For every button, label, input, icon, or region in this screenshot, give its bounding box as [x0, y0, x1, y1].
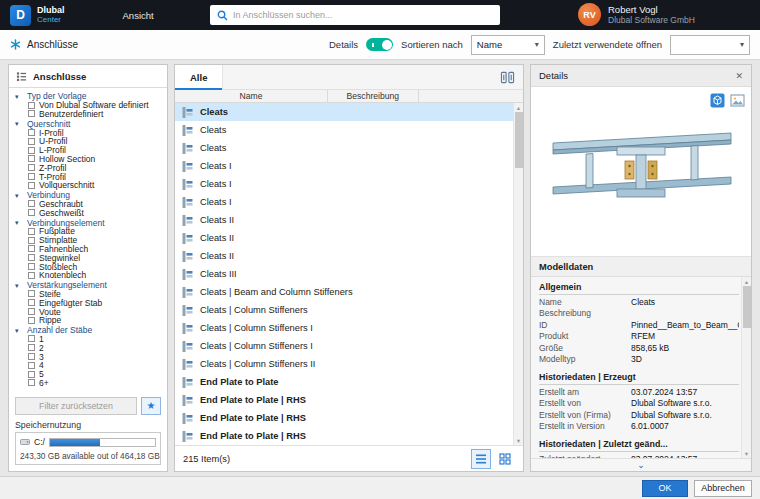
global-search[interactable]: [210, 5, 500, 25]
search-input[interactable]: [233, 10, 493, 20]
filter-checkbox[interactable]: [28, 344, 35, 351]
filter-checkbox[interactable]: [28, 245, 35, 252]
connection-row[interactable]: Cleats III: [175, 265, 513, 283]
filter-tree-row[interactable]: ▾ Verbindungselement: [15, 218, 165, 227]
collapse-arrow-icon[interactable]: ▾: [15, 120, 23, 127]
scroll-up-icon[interactable]: ▲: [516, 103, 521, 112]
favorite-filter-button[interactable]: ★: [141, 397, 161, 415]
collapse-arrow-icon[interactable]: ▾: [15, 93, 23, 100]
filter-checkbox[interactable]: [28, 272, 35, 279]
filter-checkbox[interactable]: [28, 362, 35, 369]
filter-tree-row[interactable]: ▾ Verstärkungselement: [15, 281, 165, 290]
filter-checkbox[interactable]: [28, 299, 35, 306]
scroll-up-icon[interactable]: ▲: [744, 277, 749, 286]
list-view-button[interactable]: [471, 449, 491, 469]
ok-button[interactable]: OK: [642, 480, 688, 497]
filter-tree-row[interactable]: ▾ Rippe: [15, 316, 165, 325]
filter-tree-row[interactable]: ▾ Z-Profil: [15, 163, 165, 172]
connection-row[interactable]: Cleats | Column Stiffeners: [175, 301, 513, 319]
collapse-arrow-icon[interactable]: ▾: [15, 219, 23, 226]
filter-checkbox[interactable]: [28, 182, 35, 189]
filter-tree-row[interactable]: ▾ Geschweißt: [15, 208, 165, 217]
filter-checkbox[interactable]: [28, 379, 35, 386]
filter-checkbox[interactable]: [28, 335, 35, 342]
details-scrollbar[interactable]: ▲ ▼: [741, 277, 751, 458]
scrollbar-thumb[interactable]: [515, 112, 523, 168]
filter-checkbox[interactable]: [28, 254, 35, 261]
filter-checkbox[interactable]: [28, 147, 35, 154]
connection-row[interactable]: End Plate to Plate: [175, 373, 513, 391]
filter-checkbox[interactable]: [28, 308, 35, 315]
collapse-arrow-icon[interactable]: ▾: [15, 327, 23, 334]
list-scrollbar[interactable]: ▲ ▼: [513, 103, 523, 445]
filter-tree-row[interactable]: ▾ Stegwinkel: [15, 253, 165, 262]
filter-tree-row[interactable]: ▾ Hollow Section: [15, 155, 165, 164]
column-header-beschreibung[interactable]: Beschreibung: [328, 90, 418, 102]
tab-anschluesse[interactable]: Anschlüsse: [10, 39, 78, 50]
filter-tree-row[interactable]: ▾ Fußplatte: [15, 227, 165, 236]
connection-row[interactable]: Cleats | Column Stiffeners I: [175, 319, 513, 337]
tab-alle[interactable]: Alle: [175, 65, 223, 90]
filter-tree-row[interactable]: ▾ 4: [15, 361, 165, 370]
app-logo[interactable]: D Dlubal Center: [0, 5, 75, 26]
connection-row[interactable]: Cleats I: [175, 193, 513, 211]
filter-tree-row[interactable]: ▾ I-Profil: [15, 128, 165, 137]
connection-row[interactable]: Cleats I: [175, 175, 513, 193]
filter-checkbox[interactable]: [28, 263, 35, 270]
connection-row[interactable]: End Plate to Plate | RHS: [175, 409, 513, 427]
grid-view-button[interactable]: [495, 449, 515, 469]
filter-checkbox[interactable]: [28, 200, 35, 207]
connection-row[interactable]: Cleats | Column Stiffeners II: [175, 355, 513, 373]
filter-tree-row[interactable]: ▾ Querschnitt: [15, 119, 165, 128]
connection-row[interactable]: Cleats II: [175, 229, 513, 247]
filter-tree-row[interactable]: ▾ Eingefügter Stab: [15, 298, 165, 307]
connection-row[interactable]: Cleats | Column Stiffeners I: [175, 337, 513, 355]
filter-checkbox[interactable]: [28, 317, 35, 324]
connection-row[interactable]: Cleats | Beam and Column Stiffeners: [175, 283, 513, 301]
filter-tree-row[interactable]: ▾ Verbindung: [15, 191, 165, 200]
model-3d-icon[interactable]: [710, 93, 725, 108]
filter-tree-row[interactable]: ▾ 5: [15, 370, 165, 379]
scroll-down-icon[interactable]: ▼: [744, 449, 749, 458]
view-options-icon[interactable]: [500, 71, 515, 84]
filter-tree-row[interactable]: ▾ Vollquerschnitt: [15, 181, 165, 190]
connection-row[interactable]: End Plate to Plate | RHS: [175, 391, 513, 409]
close-icon[interactable]: ✕: [735, 71, 743, 81]
connection-row[interactable]: Cleats: [175, 139, 513, 157]
filter-tree-row[interactable]: ▾ 3: [15, 352, 165, 361]
filter-checkbox[interactable]: [28, 129, 35, 136]
scroll-more-chevron[interactable]: ⌄: [531, 458, 751, 471]
filter-checkbox[interactable]: [28, 371, 35, 378]
filter-tree-row[interactable]: ▾ 1: [15, 335, 165, 344]
details-toggle[interactable]: [366, 38, 393, 51]
reset-filter-button[interactable]: Filter zurücksetzen: [15, 397, 137, 415]
filter-tree-row[interactable]: ▾ Geschraubt: [15, 200, 165, 209]
cancel-button[interactable]: Abbrechen: [694, 480, 752, 497]
filter-checkbox[interactable]: [28, 353, 35, 360]
filter-checkbox[interactable]: [28, 164, 35, 171]
filter-tree-row[interactable]: ▾ U-Profil: [15, 137, 165, 146]
filter-tree-row[interactable]: ▾ Knotenblech: [15, 271, 165, 280]
connection-row[interactable]: End Plate to Plate | RHS: [175, 427, 513, 445]
recent-dropdown[interactable]: ▾: [670, 35, 750, 55]
user-account[interactable]: RV Robert Vogl Dlubal Software GmbH: [578, 3, 695, 26]
filter-checkbox[interactable]: [28, 110, 35, 117]
collapse-arrow-icon[interactable]: ▾: [15, 192, 23, 199]
column-header-name[interactable]: Name: [175, 90, 328, 102]
filter-tree-row[interactable]: ▾ Benutzerdefiniert: [15, 110, 165, 119]
connection-row[interactable]: Cleats: [175, 103, 513, 121]
filter-tree-row[interactable]: ▾ Anzahl der Stäbe: [15, 326, 165, 335]
sort-dropdown[interactable]: Name ▾: [471, 35, 545, 55]
connection-row[interactable]: Cleats II: [175, 247, 513, 265]
filter-checkbox[interactable]: [28, 209, 35, 216]
filter-tree-row[interactable]: ▾ 6+: [15, 379, 165, 388]
filter-checkbox[interactable]: [28, 102, 35, 109]
filter-checkbox[interactable]: [28, 237, 35, 244]
filter-tree-row[interactable]: ▾ 2: [15, 343, 165, 352]
collapse-arrow-icon[interactable]: ▾: [15, 282, 23, 289]
connection-row[interactable]: Cleats II: [175, 211, 513, 229]
connection-row[interactable]: Cleats: [175, 121, 513, 139]
scrollbar-thumb[interactable]: [743, 286, 751, 328]
scroll-down-icon[interactable]: ▼: [516, 436, 521, 445]
connection-row[interactable]: Cleats I: [175, 157, 513, 175]
